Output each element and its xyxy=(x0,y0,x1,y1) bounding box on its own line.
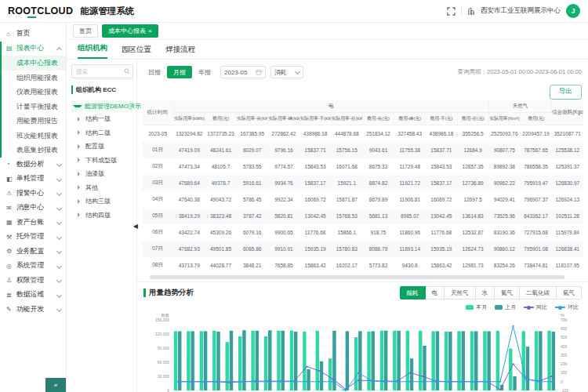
sidebar-item-9[interactable]: ◎系统管理 xyxy=(0,259,66,274)
trend-chart[interactable]: -1000100200300400500600700030,00060,0009… xyxy=(143,312,582,392)
svg-text:90,000: 90,000 xyxy=(158,346,170,350)
tree-node-4[interactable]: 油漆版 xyxy=(71,167,133,181)
tree-node-6[interactable]: 结构三版 xyxy=(71,194,133,209)
table-cell: 438986.18 xyxy=(426,125,457,143)
table-column-header: 实际用量(kWh) xyxy=(173,113,205,125)
sidebar-item-5[interactable]: ✉消息中心 xyxy=(0,201,66,216)
sidebar-item-11[interactable]: ≣数据运维 xyxy=(0,288,66,303)
trend-tab-2[interactable]: 天然气 xyxy=(444,286,476,299)
table-cell: 796907.37 xyxy=(520,191,551,208)
table-cell: 15837.71 xyxy=(299,142,331,158)
chevron-down-icon xyxy=(56,191,62,196)
legend-item-0[interactable]: 本月 xyxy=(466,303,487,311)
scrollbar-thumb[interactable] xyxy=(150,275,564,279)
tree-node-0[interactable]: 结构一版 xyxy=(71,112,133,126)
table-cell: 251834.12 xyxy=(362,125,394,143)
table-cell: 15935.19 xyxy=(299,241,331,257)
sidebar-item-3[interactable]: ◧单耗管理 xyxy=(0,172,66,187)
table-cell: 8985.07 xyxy=(394,208,426,224)
table-cell: 13042.45 xyxy=(426,208,457,224)
fullscreen-icon[interactable] xyxy=(447,7,456,16)
tree-node-3[interactable]: 下料成型版 xyxy=(71,154,133,168)
svg-text:120,000: 120,000 xyxy=(155,332,169,336)
sidebar-item-label: 消息中心 xyxy=(16,203,44,212)
date-picker[interactable]: 2023-05 xyxy=(220,66,266,78)
sidebar-item-label: 首页 xyxy=(16,29,31,38)
sidebar-subitem-2[interactable]: 仪表用能报表 xyxy=(2,85,66,100)
tree-node-label: 结构三版 xyxy=(85,197,111,205)
sidebar-item-10[interactable]: ♙权限管理 xyxy=(0,274,66,289)
sidebar-subitem-5[interactable]: 班次能耗报表 xyxy=(2,129,66,143)
sidebar-collapse-button[interactable]: « xyxy=(45,378,66,392)
table-cell: 125538.12 xyxy=(552,142,583,158)
table-cell: 6085.86 xyxy=(237,241,268,257)
svg-text:150,000: 150,000 xyxy=(155,318,169,322)
period-button-0[interactable]: 日报 xyxy=(143,66,165,78)
tree-node-5[interactable]: 其他 xyxy=(71,181,133,195)
avatar[interactable]: J xyxy=(566,4,580,18)
trend-tab-5[interactable]: 二氧化碳 xyxy=(519,286,557,299)
table-cell: 126924.13 xyxy=(552,191,583,208)
sidebar-item-1[interactable]: ▤报表中心 xyxy=(2,42,66,56)
period-button-1[interactable]: 月报 xyxy=(167,66,192,78)
sidebar-subitem-3[interactable]: 计量平衡报表 xyxy=(2,100,66,114)
sidebar: ⌂首页▤报表中心成本中心报表组织用能报表仪表用能报表计量平衡报表用能费用报告班次… xyxy=(0,23,67,392)
trend-tab-4[interactable]: 氮气 xyxy=(494,286,520,299)
close-icon[interactable]: × xyxy=(148,28,152,34)
breadcrumb-tag-home[interactable]: 首页 xyxy=(73,24,98,38)
caret-right-icon xyxy=(78,117,83,122)
system-icon: ◎ xyxy=(6,263,15,270)
trend-tab-1[interactable]: 电 xyxy=(425,286,445,299)
sidebar-item-label: 单耗管理 xyxy=(16,174,44,183)
table-row: 07日47682.9349501.856085.869910.9115935.1… xyxy=(142,241,583,257)
legend-item-3[interactable]: 环比 xyxy=(555,303,579,311)
legend-line-swatch xyxy=(555,307,565,308)
chevron-down-icon xyxy=(56,176,62,182)
tree-node-2[interactable]: 配置版 xyxy=(71,140,133,154)
table-cell: 126830.97 xyxy=(552,175,583,191)
sidebar-item-6[interactable]: ▦资产台账 xyxy=(0,216,66,230)
sidebar-item-8[interactable]: ⚙业务配置 xyxy=(0,245,66,260)
metric-select[interactable]: 消耗 xyxy=(270,66,303,78)
svg-text:500: 500 xyxy=(561,335,568,339)
sidebar-item-12[interactable]: ✎功能开发 xyxy=(0,303,66,318)
table-cell: 16202.17 xyxy=(331,257,362,274)
filter-bar: 日报月报年报 2023-05 消耗 查询周期：2023-05- xyxy=(137,60,588,83)
sidebar-subitem-1[interactable]: 组织用能报表 xyxy=(2,71,66,85)
table-cell: 05日 xyxy=(142,208,173,224)
search-input[interactable] xyxy=(74,67,122,76)
sidebar-item-2[interactable]: ◔数据分析 xyxy=(0,158,66,172)
org-name[interactable]: 西安市工业互联网展示中心 xyxy=(481,6,561,16)
top-header: ROOTCLOUD 能源管理系统 西安市工业互联网展示中心 J xyxy=(0,0,588,23)
breadcrumb-tag-active[interactable]: 成本中心报表 × xyxy=(102,24,158,38)
table-cell: 126838.41 xyxy=(552,241,583,257)
sidebar-subitem-4[interactable]: 用能费用报告 xyxy=(2,114,66,129)
tree-root-node[interactable]: 能源管理DEMO演示 xyxy=(71,100,133,112)
period-button-2[interactable]: 年报 xyxy=(194,66,216,78)
table-cell: 07日 xyxy=(142,241,173,257)
table-cell: 15756.15 xyxy=(331,142,362,158)
tab-1[interactable]: 园区位置 xyxy=(122,45,151,59)
sidebar-subitem-0[interactable]: 成本中心报表 xyxy=(2,56,66,71)
tree-node-label: 油漆版 xyxy=(85,169,104,178)
trend-section: 用量趋势分析 能耗电天然气水氮气二氧化碳氩气 本月上月同比环比 -1000100… xyxy=(137,281,588,392)
sidebar-item-7[interactable]: ⚒托外管理 xyxy=(0,230,66,245)
tab-0[interactable]: 组织机构 xyxy=(78,43,107,59)
panel-collapse-handle[interactable]: ◀ xyxy=(133,223,138,230)
tab-2[interactable]: 焊接流程 xyxy=(165,45,195,59)
trend-tab-0[interactable]: 能耗 xyxy=(400,286,426,299)
legend-item-1[interactable]: 上月 xyxy=(495,303,516,311)
sidebar-item-0[interactable]: ⌂首页 xyxy=(0,27,66,42)
tree-node-1[interactable]: 结构二版 xyxy=(71,126,133,140)
trend-tab-6[interactable]: 氩气 xyxy=(556,286,582,299)
tree-node-7[interactable]: 结构四版 xyxy=(71,209,133,223)
trend-tab-3[interactable]: 水 xyxy=(475,286,495,299)
legend-item-2[interactable]: 同比 xyxy=(524,303,547,311)
table-column-header: 实际用量(Nm³) xyxy=(488,113,520,125)
search-icon[interactable] xyxy=(124,68,130,74)
metric-value: 消耗 xyxy=(274,68,287,77)
table-cell: 15863.42 xyxy=(299,257,331,274)
export-button[interactable]: 导出 xyxy=(550,85,582,100)
sidebar-subitem-6[interactable]: 表底集抄报表 xyxy=(2,143,66,158)
sidebar-item-4[interactable]: ⚠报警中心 xyxy=(0,187,66,201)
